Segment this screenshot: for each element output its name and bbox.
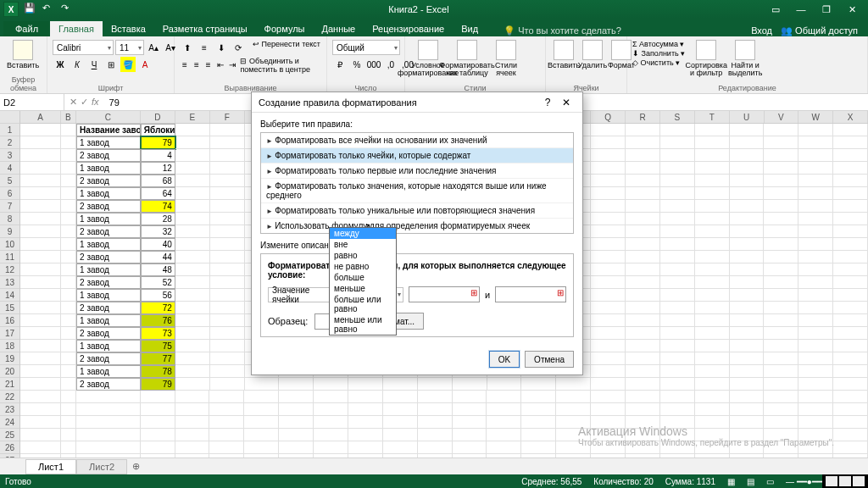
- cell-T9[interactable]: [695, 225, 730, 238]
- row-header-5[interactable]: 5: [0, 175, 19, 187]
- cell-W9[interactable]: [798, 225, 833, 238]
- row-header-4[interactable]: 4: [0, 162, 19, 175]
- cell-N25[interactable]: [487, 429, 521, 441]
- cell-I25[interactable]: [314, 429, 348, 441]
- cell-G25[interactable]: [244, 429, 279, 441]
- cell-D11[interactable]: 44: [141, 251, 175, 263]
- cell-V15[interactable]: [764, 302, 798, 314]
- cell-F2[interactable]: [210, 136, 245, 149]
- row-header-16[interactable]: 16: [0, 314, 19, 327]
- cell-A11[interactable]: [20, 251, 61, 263]
- cell-R19[interactable]: [626, 352, 660, 365]
- cell-E20[interactable]: [175, 365, 210, 378]
- cell-T1[interactable]: [695, 124, 730, 136]
- cell-U8[interactable]: [730, 213, 765, 225]
- paste-button[interactable]: Вставить: [5, 40, 41, 69]
- italic-button[interactable]: К: [70, 57, 85, 72]
- cell-W13[interactable]: [798, 276, 833, 289]
- cell-A5[interactable]: [20, 175, 61, 187]
- cell-C22[interactable]: [76, 391, 141, 403]
- cell-R13[interactable]: [626, 276, 660, 289]
- cell-D7[interactable]: 74: [141, 200, 175, 213]
- rule-type-3[interactable]: Форматировать только значения, которые н…: [261, 179, 573, 203]
- cell-E15[interactable]: [175, 302, 210, 314]
- cell-S21[interactable]: [660, 378, 695, 391]
- cell-V6[interactable]: [764, 187, 798, 200]
- row-header-7[interactable]: 7: [0, 200, 19, 213]
- cell-W22[interactable]: [798, 391, 833, 403]
- cell-X6[interactable]: [833, 187, 868, 200]
- cell-W5[interactable]: [798, 175, 833, 187]
- cell-U17[interactable]: [730, 327, 765, 340]
- row-header-8[interactable]: 8: [0, 213, 19, 225]
- cell-J23[interactable]: [348, 403, 383, 416]
- cell-F12[interactable]: [210, 263, 245, 276]
- cell-B20[interactable]: [61, 365, 76, 378]
- cell-X11[interactable]: [833, 251, 868, 263]
- cell-V13[interactable]: [764, 276, 798, 289]
- cell-Q10[interactable]: [591, 238, 626, 251]
- cell-R6[interactable]: [626, 187, 660, 200]
- cell-F11[interactable]: [210, 251, 245, 263]
- cell-A13[interactable]: [20, 276, 61, 289]
- cell-C26[interactable]: [76, 441, 141, 454]
- cell-X20[interactable]: [833, 365, 868, 378]
- maximize-button[interactable]: ❐: [814, 0, 839, 19]
- operator-option-4[interactable]: больше: [330, 272, 396, 283]
- cell-Q8[interactable]: [591, 213, 626, 225]
- cell-V20[interactable]: [764, 365, 798, 378]
- cell-W20[interactable]: [798, 365, 833, 378]
- cell-U6[interactable]: [730, 187, 765, 200]
- merge-button[interactable]: ⊟ Объединить и поместить в центре: [240, 57, 321, 74]
- cell-Q7[interactable]: [591, 200, 626, 213]
- cell-A25[interactable]: [20, 429, 61, 441]
- cell-F13[interactable]: [210, 276, 245, 289]
- wrap-text-button[interactable]: ↩ Перенести текст: [253, 40, 320, 55]
- cell-W18[interactable]: [798, 340, 833, 352]
- cell-M25[interactable]: [453, 429, 487, 441]
- cell-T21[interactable]: [695, 378, 730, 391]
- cell-B21[interactable]: [61, 378, 76, 391]
- cell-R15[interactable]: [626, 302, 660, 314]
- col-header-A[interactable]: A: [20, 111, 61, 123]
- share-button[interactable]: 👥 Общий доступ: [781, 25, 858, 36]
- cell-B25[interactable]: [61, 429, 76, 441]
- row-header-14[interactable]: 14: [0, 289, 19, 302]
- orientation-icon[interactable]: ⟳: [231, 40, 246, 55]
- cell-D8[interactable]: 28: [141, 213, 175, 225]
- cell-U12[interactable]: [730, 263, 765, 276]
- cell-R3[interactable]: [626, 149, 660, 162]
- cell-R1[interactable]: [626, 124, 660, 136]
- cell-X15[interactable]: [833, 302, 868, 314]
- cell-S11[interactable]: [660, 251, 695, 263]
- cell-F18[interactable]: [210, 340, 245, 352]
- qat-save-icon[interactable]: 💾: [24, 3, 37, 16]
- col-header-E[interactable]: E: [175, 111, 210, 123]
- cell-K26[interactable]: [383, 441, 418, 454]
- cell-A18[interactable]: [20, 340, 61, 352]
- cell-A12[interactable]: [20, 263, 61, 276]
- cell-D26[interactable]: [141, 441, 175, 454]
- cell-V16[interactable]: [764, 314, 798, 327]
- cell-S7[interactable]: [660, 200, 695, 213]
- cell-U15[interactable]: [730, 302, 765, 314]
- cell-L22[interactable]: [418, 391, 453, 403]
- cell-C5[interactable]: 2 завод: [76, 175, 141, 187]
- cell-T18[interactable]: [695, 340, 730, 352]
- pause-icon[interactable]: [839, 476, 851, 486]
- cell-A4[interactable]: [20, 162, 61, 175]
- cell-M21[interactable]: [453, 378, 487, 391]
- cell-X16[interactable]: [833, 314, 868, 327]
- operator-dropdown-list[interactable]: междувнеравноне равнобольшеменьшебольше …: [329, 227, 397, 336]
- cell-S2[interactable]: [660, 136, 695, 149]
- cell-T5[interactable]: [695, 175, 730, 187]
- cell-A23[interactable]: [20, 403, 61, 416]
- cell-D6[interactable]: 64: [141, 187, 175, 200]
- cell-T4[interactable]: [695, 162, 730, 175]
- cell-K21[interactable]: [383, 378, 418, 391]
- cell-M26[interactable]: [453, 441, 487, 454]
- cell-S17[interactable]: [660, 327, 695, 340]
- cell-E26[interactable]: [175, 441, 210, 454]
- cell-F15[interactable]: [210, 302, 245, 314]
- cell-Q16[interactable]: [591, 314, 626, 327]
